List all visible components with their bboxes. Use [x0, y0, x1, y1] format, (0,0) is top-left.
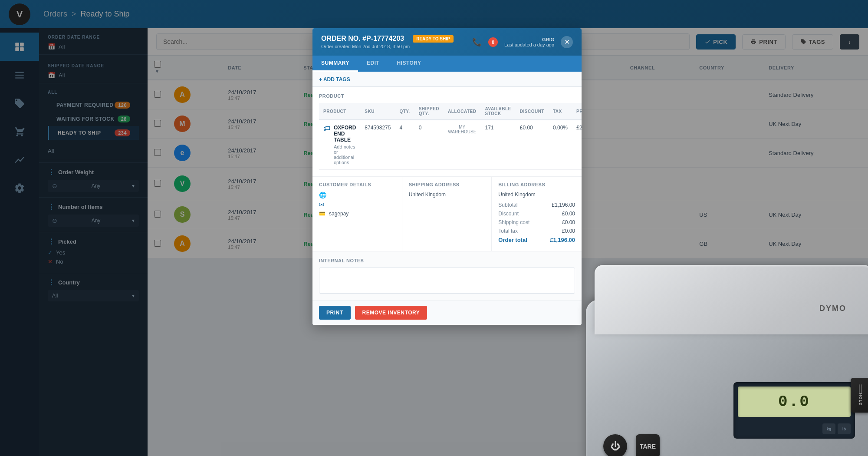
th-allocated: ALLOCATED	[444, 103, 480, 120]
product-discount: £0.00	[516, 120, 549, 170]
add-tags-button[interactable]: + ADD TAGS	[319, 76, 350, 83]
modal-header-left: ORDER NO. #P-17774203 READY TO SHIP Orde…	[321, 35, 454, 49]
order-summary: Subtotal£1,196.00 Discount£0.00 Shipping…	[498, 202, 575, 243]
internal-notes-section: INTERNAL NOTES	[312, 251, 582, 300]
th-product-name: PRODUCT	[319, 103, 360, 120]
globe-icon: 🌐	[319, 192, 326, 198]
customer-address-section: CUSTOMER DETAILS 🌐 ✉ 💳 sagepay SHIPPING …	[312, 176, 582, 251]
discount-value: £0.00	[562, 211, 575, 217]
shipping-address-title: SHIPPING ADDRESS	[409, 182, 485, 187]
modal-footer: PRINT REMOVE INVENTORY	[312, 300, 582, 325]
email-icon: ✉	[319, 201, 324, 208]
product-sku: 874598275	[360, 120, 395, 170]
modal-order-number: ORDER NO. #P-17774203	[321, 35, 404, 43]
product-section: PRODUCT PRODUCT SKU QTY. SHIPPED QTY. AL…	[312, 87, 582, 176]
th-qty: QTY.	[395, 103, 414, 120]
subtotal-value: £1,196.00	[552, 202, 575, 208]
shipping-country: United Kingdom	[409, 192, 485, 198]
th-tax: TAX	[549, 103, 572, 120]
tab-edit[interactable]: EDIT	[358, 56, 388, 72]
modal-user: GRIG Last updated a day ago	[504, 37, 554, 47]
shipping-address-col: SHIPPING ADDRESS United Kingdom	[402, 177, 492, 251]
product-qty: 4	[395, 120, 414, 170]
product-expand-icon[interactable]: 🏷	[323, 125, 330, 132]
product-name: OXFORD END TABLE	[334, 125, 356, 143]
product-warehouse: MY WAREHOUSE	[444, 120, 480, 170]
order-total-value: £1,196.00	[550, 237, 575, 243]
th-sku: SKU	[360, 103, 395, 120]
th-price: PRICE	[572, 103, 582, 120]
product-price: £299.00	[572, 120, 582, 170]
product-table: PRODUCT SKU QTY. SHIPPED QTY. ALLOCATED …	[319, 103, 582, 170]
order-modal: ORDER NO. #P-17774203 READY TO SHIP Orde…	[312, 28, 582, 325]
phone-icon[interactable]: 📞	[472, 37, 482, 47]
shipping-cost-value: £0.00	[562, 219, 575, 225]
modal-header: ORDER NO. #P-17774203 READY TO SHIP Orde…	[312, 28, 582, 56]
total-tax-value: £0.00	[562, 228, 575, 234]
billing-address-col: BILLING ADDRESS United Kingdom Subtotal£…	[492, 177, 582, 251]
billing-country: United Kingdom	[498, 192, 575, 198]
discount-label: Discount	[498, 211, 519, 217]
billing-address-title: BILLING ADDRESS	[498, 182, 575, 187]
modal-created: Order created Mon 2nd Jul 2018, 3:50 pm	[321, 44, 454, 49]
tab-summary[interactable]: SUMMARY	[312, 56, 358, 72]
product-section-title: PRODUCT	[319, 93, 575, 99]
total-tax-label: Total tax	[498, 228, 518, 234]
th-discount: DISCOUNT	[516, 103, 549, 120]
internal-notes-title: INTERNAL NOTES	[319, 258, 575, 263]
product-tax: 0.00%	[549, 120, 572, 170]
modal-print-button[interactable]: PRINT	[319, 306, 351, 320]
order-total-label: Order total	[498, 237, 527, 243]
modal-tabs: SUMMARY EDIT HISTORY	[312, 56, 582, 72]
product-notes: Add notes or additional options	[334, 144, 356, 165]
customer-details-col: CUSTOMER DETAILS 🌐 ✉ 💳 sagepay	[312, 177, 402, 251]
modal-actions: 📞 0 GRIG Last updated a day ago ✕	[472, 36, 573, 48]
modal-status-badge: READY TO SHIP	[413, 35, 453, 43]
th-shipped-qty: SHIPPED QTY.	[414, 103, 444, 120]
modal-remove-inventory-button[interactable]: REMOVE INVENTORY	[355, 306, 427, 320]
th-available-stock: AVAILABLE STOCK	[480, 103, 515, 120]
user-badge: 0	[488, 37, 498, 47]
product-shipped-qty: 0	[414, 120, 444, 170]
internal-notes-area[interactable]	[319, 268, 575, 294]
modal-close-button[interactable]: ✕	[561, 36, 573, 48]
product-name-cell: 🏷 OXFORD END TABLE Add notes or addition…	[319, 120, 360, 170]
tab-history[interactable]: HISTORY	[388, 56, 430, 72]
payment-sagepay: sagepay	[329, 211, 349, 217]
payment-icon: 💳	[319, 211, 326, 217]
shipping-cost-label: Shipping cost	[498, 219, 529, 225]
customer-details-title: CUSTOMER DETAILS	[319, 182, 395, 187]
product-available-stock: 171	[480, 120, 515, 170]
modal-body: PRODUCT PRODUCT SKU QTY. SHIPPED QTY. AL…	[312, 87, 582, 325]
add-tags-bar: + ADD TAGS	[312, 72, 582, 87]
subtotal-label: Subtotal	[498, 202, 517, 208]
